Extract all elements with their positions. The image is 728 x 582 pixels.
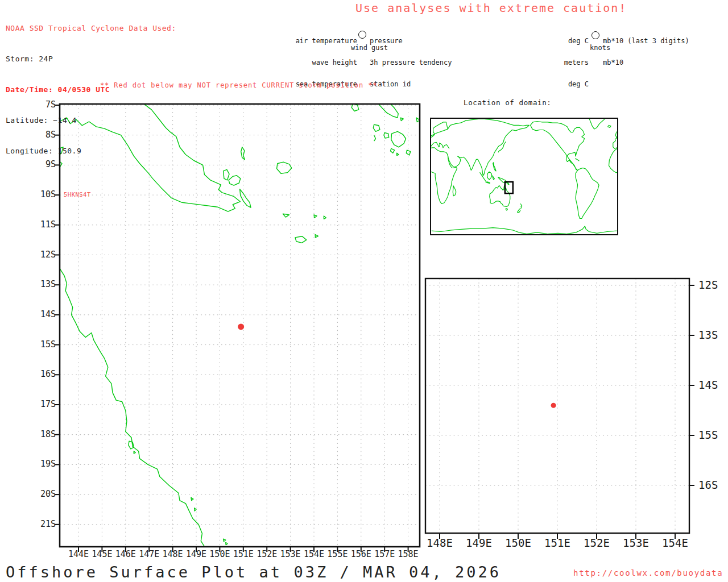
- zoom-y-tick-label: 16S: [698, 479, 718, 491]
- unit-deg-c-sea: deg C: [542, 81, 589, 88]
- zoom-x-tick-label: 152E: [580, 537, 614, 549]
- zoom-y-tick-label: 15S: [698, 429, 718, 441]
- offshore-surface-plot-page: NOAA SSD Tropical Cyclone Data Used: Sto…: [0, 0, 728, 582]
- main-y-tick-label: 20S: [22, 489, 56, 499]
- unit-meters: meters: [542, 59, 589, 66]
- main-y-tick-label: 10S: [22, 189, 56, 199]
- main-y-tick-label: 7S: [22, 99, 56, 110]
- main-x-tick-label: 151E: [231, 549, 256, 559]
- main-x-tick-label: 149E: [184, 549, 209, 559]
- noaa-source-line: NOAA SSD Tropical Cyclone Data Used:: [6, 23, 176, 34]
- main-x-tick-label: 158E: [396, 549, 421, 559]
- storm-code-label: 5HKNS4T: [64, 191, 91, 198]
- longitude-line: Longitude: 150.9: [6, 146, 176, 156]
- legend-wind-gust: wind gust: [351, 44, 388, 52]
- legend-station-id: station id: [370, 81, 452, 88]
- world-inset-map: [243, 118, 728, 235]
- zoom-y-tick-label: 13S: [698, 329, 718, 341]
- unit-deg-c-air: deg C: [542, 38, 589, 45]
- zoom-x-tick-label: 149E: [462, 537, 496, 549]
- zoom-y-tick-label: 14S: [698, 379, 718, 391]
- main-y-tick-label: 21S: [22, 519, 56, 529]
- main-x-tick-label: 156E: [349, 549, 374, 559]
- unit-knots: knots: [590, 44, 610, 52]
- main-y-tick-label: 15S: [22, 339, 56, 350]
- zoom-x-tick-label: 151E: [540, 537, 574, 549]
- main-y-tick-label: 19S: [22, 459, 56, 469]
- main-x-tick-label: 147E: [136, 549, 162, 559]
- inset-border: [431, 118, 618, 235]
- main-x-tick-label: 152E: [254, 549, 279, 559]
- main-y-tick-label: 13S: [22, 279, 56, 289]
- units-model-circle-icon: [592, 31, 599, 39]
- zoom-x-tick-label: 150E: [501, 537, 535, 549]
- zoom-map: [249, 28, 728, 582]
- main-x-tick-label: 154E: [301, 549, 326, 559]
- main-y-tick-label: 9S: [22, 159, 56, 169]
- main-y-tick-label: 14S: [22, 309, 56, 319]
- legend-pressure-tendency: 3h pressure tendency: [370, 59, 452, 66]
- latitude-line: Latitude: −14.4: [6, 115, 176, 126]
- zoom-y-tick-label: 12S: [698, 278, 718, 291]
- main-x-tick-label: 148E: [160, 549, 185, 559]
- storm-dot-zoom: [551, 403, 556, 408]
- units-legend-right: mb*10 (last 3 digits) mb*10: [603, 23, 689, 81]
- station-legend-right: pressure 3h pressure tendency station id: [370, 23, 452, 102]
- unit-mb10-last3: mb*10 (last 3 digits): [603, 38, 689, 45]
- legend-air-temperature: air temperature: [260, 38, 357, 45]
- zoom-x-tick-label: 148E: [423, 537, 457, 549]
- main-y-tick-label: 8S: [22, 130, 56, 140]
- main-x-tick-label: 145E: [89, 549, 114, 559]
- storm-id-line: Storm: 24P: [6, 54, 176, 64]
- cyclone-info-block: NOAA SSD Tropical Cyclone Data Used: Sto…: [6, 3, 176, 177]
- zoom-map-border: [425, 278, 689, 533]
- main-x-tick-label: 150E: [207, 549, 232, 559]
- unit-mb10: mb*10: [603, 59, 689, 66]
- legend-wave-height: wave height: [260, 59, 357, 66]
- main-x-tick-label: 153E: [278, 549, 303, 559]
- main-y-tick-label: 11S: [22, 219, 56, 230]
- main-y-tick-label: 17S: [22, 399, 56, 409]
- main-y-tick-label: 12S: [22, 250, 56, 260]
- station-model-circle-icon: [358, 31, 366, 39]
- units-legend-left: deg C meters deg C: [542, 23, 589, 102]
- storm-dot-main: [238, 323, 244, 330]
- zoom-x-tick-label: 153E: [619, 537, 653, 549]
- main-x-tick-label: 155E: [325, 549, 350, 559]
- red-dot-warning: ** Red dot below may NOT represent CURRE…: [100, 81, 377, 89]
- main-y-tick-label: 16S: [22, 369, 56, 379]
- main-x-tick-label: 157E: [372, 549, 397, 559]
- main-y-tick-label: 18S: [22, 429, 56, 439]
- domain-rectangle: [505, 182, 513, 193]
- zoom-x-tick-label: 154E: [658, 537, 692, 549]
- main-x-tick-label: 146E: [113, 549, 138, 559]
- station-legend-left: air temperature wave height sea temperat…: [260, 23, 357, 102]
- caution-title: Use analyses with extreme caution!: [355, 1, 627, 15]
- inset-map-title: Location of domain:: [464, 98, 551, 107]
- page-title: Offshore Surface Plot at 03Z / MAR 04, 2…: [6, 563, 501, 581]
- main-x-tick-label: 144E: [66, 549, 91, 559]
- source-url-link[interactable]: http://coolwx.com/buoydata: [573, 568, 723, 577]
